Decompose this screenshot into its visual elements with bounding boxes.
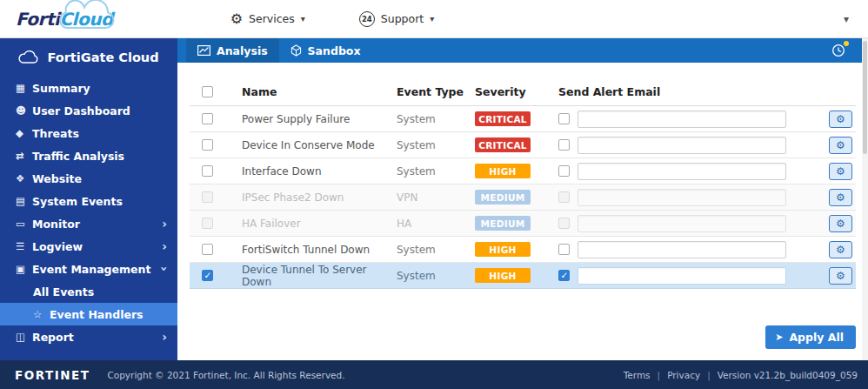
column-header-send-alert-email: Send Alert Email <box>558 85 811 98</box>
severity-badge: CRITICAL <box>475 137 531 152</box>
tab-sandbox[interactable]: Sandbox <box>279 38 372 63</box>
row-select-checkbox[interactable] <box>202 139 213 151</box>
chevron-right-icon: › <box>162 331 167 343</box>
sidebar-item-monitor[interactable]: ▭ Monitor › <box>0 212 177 235</box>
alert-email-input[interactable] <box>578 267 786 285</box>
event-type: HA <box>397 218 475 230</box>
event-name: Device In Conserve Mode <box>231 139 397 151</box>
tab-analysis[interactable]: Analysis <box>186 38 279 63</box>
alert-email-input[interactable] <box>578 163 786 180</box>
sidebar-item-report[interactable]: ◫ Report › <box>0 325 177 348</box>
user-dashboard-icon: ☻ <box>16 104 32 117</box>
sidebar-item-all-events[interactable]: All Events <box>0 280 177 303</box>
row-settings-button[interactable]: ⚙ <box>829 137 852 154</box>
support-24-icon: 24 <box>359 11 375 27</box>
terms-link[interactable]: Terms <box>624 370 651 380</box>
account-dropdown-chevron-icon[interactable]: ▾ <box>844 13 849 25</box>
support-label: Support <box>381 12 424 25</box>
event-type: System <box>397 270 475 282</box>
row-select-checkbox[interactable] <box>202 191 213 203</box>
row-settings-button[interactable]: ⚙ <box>829 267 852 285</box>
send-alert-checkbox[interactable] <box>558 165 570 177</box>
row-check-cell <box>190 113 231 124</box>
traffic-analysis-icon: ⇄ <box>16 150 32 162</box>
severity-cell: HIGH <box>475 242 558 257</box>
alert-email-input[interactable] <box>578 111 786 128</box>
row-check-cell <box>190 218 231 229</box>
row-select-checkbox[interactable] <box>202 270 213 281</box>
row-check-cell <box>190 270 231 281</box>
fortigate-cloud-icon <box>18 50 39 64</box>
row-select-checkbox[interactable] <box>202 165 213 177</box>
sidebar-item-summary[interactable]: ▦ Summary <box>0 77 177 99</box>
table-row: IPSec Phase2 Down VPN MEDIUM ⚙ <box>190 184 856 211</box>
chevron-right-icon: › <box>162 240 167 252</box>
row-check-cell <box>190 191 231 203</box>
table-row: Interface Down System HIGH ⚙ <box>190 158 856 184</box>
scrollbar-thumb[interactable] <box>863 41 867 154</box>
table-body: Power Supply Failure System CRITICAL ⚙ D… <box>190 106 856 289</box>
row-select-checkbox[interactable] <box>202 113 213 124</box>
event-name: HA Failover <box>231 218 397 230</box>
severity-badge: MEDIUM <box>475 216 531 231</box>
sidebar-item-user-dashboard[interactable]: ☻ User Dashboard <box>0 99 177 122</box>
actions-cell: ⚙ <box>811 189 856 206</box>
forticloud-logo[interactable]: FortiCloud <box>16 9 113 30</box>
sidebar-item-threats[interactable]: ◆ Threats <box>0 122 177 144</box>
sidebar-item-event-management[interactable]: ▣ Event Management › <box>0 258 177 280</box>
sidebar-item-event-handlers[interactable]: ☆ Event Handlers <box>0 303 177 325</box>
services-menu[interactable]: ⚙ Services ▾ <box>230 10 305 27</box>
send-alert-cell <box>558 267 811 285</box>
gear-icon: ⚙ <box>836 114 845 124</box>
severity-cell: MEDIUM <box>475 190 558 205</box>
alert-email-input[interactable] <box>578 241 786 258</box>
privacy-link[interactable]: Privacy <box>667 370 700 380</box>
report-icon: ◫ <box>16 331 32 343</box>
alert-email-input[interactable] <box>578 189 786 206</box>
sidebar-menu: ▦ Summary ☻ User Dashboard ◆ Threats ⇄ T… <box>0 77 177 348</box>
chevron-down-icon: › <box>158 266 170 272</box>
severity-badge: HIGH <box>475 268 531 283</box>
send-alert-cell <box>558 241 811 258</box>
footer-separator: | <box>658 370 661 380</box>
event-management-icon: ▣ <box>16 263 32 275</box>
sidebar-item-traffic-analysis[interactable]: ⇄ Traffic Analysis <box>0 144 177 167</box>
apply-all-button[interactable]: ➤ Apply All <box>765 325 856 349</box>
chevron-right-icon: › <box>162 218 167 230</box>
sidebar-item-logview[interactable]: ☰ Logview › <box>0 235 177 258</box>
row-settings-button[interactable]: ⚙ <box>829 111 852 128</box>
sandbox-cube-icon <box>290 44 302 57</box>
send-alert-checkbox[interactable] <box>558 139 570 151</box>
alert-email-input[interactable] <box>578 215 786 232</box>
row-settings-button[interactable]: ⚙ <box>829 163 852 180</box>
send-alert-checkbox[interactable] <box>558 270 570 281</box>
support-menu[interactable]: 24 Support ▾ <box>359 11 434 27</box>
row-settings-button[interactable]: ⚙ <box>829 189 852 206</box>
footer-separator: | <box>707 370 711 380</box>
event-name: FortiSwitch Tunnel Down <box>231 244 397 256</box>
gear-icon: ⚙ <box>836 245 845 255</box>
column-header-event-type: Event Type <box>397 85 475 98</box>
history-clock-icon <box>831 44 845 57</box>
row-select-checkbox[interactable] <box>202 244 213 255</box>
send-alert-checkbox[interactable] <box>558 244 570 255</box>
alert-email-input[interactable] <box>578 137 786 154</box>
send-alert-checkbox[interactable] <box>558 113 570 124</box>
row-settings-button[interactable]: ⚙ <box>829 241 852 258</box>
table-row: Device Tunnel To Server Down System HIGH… <box>190 263 856 289</box>
row-select-checkbox[interactable] <box>202 218 213 229</box>
tab-sandbox-label: Sandbox <box>308 44 361 57</box>
services-gear-icon: ⚙ <box>230 10 243 27</box>
monitor-icon: ▭ <box>16 218 32 230</box>
select-all-checkbox[interactable] <box>202 86 213 97</box>
row-check-cell <box>190 139 231 151</box>
row-check-cell <box>190 165 231 177</box>
history-button[interactable] <box>831 44 845 57</box>
sidebar-item-website[interactable]: ❖ Website <box>0 167 177 190</box>
gear-icon: ⚙ <box>836 192 845 203</box>
row-settings-button[interactable]: ⚙ <box>829 215 852 232</box>
sidebar-item-system-events[interactable]: ▤ System Events <box>0 190 177 212</box>
gear-icon: ⚙ <box>836 140 845 151</box>
send-alert-checkbox[interactable] <box>558 191 570 203</box>
send-alert-checkbox[interactable] <box>558 218 570 229</box>
